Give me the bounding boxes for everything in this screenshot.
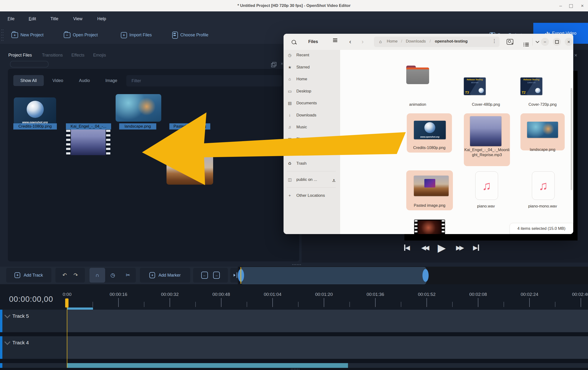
filter-show-all[interactable]: Show All [13, 75, 44, 86]
undo-redo-group: ↶ ↷ [55, 268, 85, 282]
app-root: * Untitled Project [HD 720p 30 fps] - Op… [0, 0, 588, 370]
snapping-toggle[interactable]: ∩ [89, 268, 105, 282]
search-icon[interactable] [292, 40, 296, 44]
file-cover-720[interactable]: Release Testing1280x720 T2 [520, 78, 542, 95]
dock-handle[interactable] [10, 61, 49, 68]
menu-view[interactable]: View [73, 11, 83, 26]
sidebar-item-documents[interactable]: ▤Documents [287, 98, 337, 108]
file-animation[interactable] [406, 66, 429, 84]
choose-profile-button[interactable]: Choose Profile [172, 26, 208, 44]
menu-title[interactable]: Title [51, 11, 58, 26]
play-button[interactable]: ▶ [436, 240, 448, 256]
sidebar-item-desktop[interactable]: ▭Desktop [287, 87, 337, 96]
files-grid: animation Release Testing853x480 T3 Cove… [340, 50, 573, 234]
sidebar-item-home[interactable]: ⌂Home [287, 74, 337, 84]
sidebar-item-starred[interactable]: ★Starred [287, 62, 337, 72]
fast-forward-button[interactable]: ▶▶ [453, 241, 465, 254]
minimize-icon[interactable]: – [556, 0, 565, 11]
tab-transitions[interactable]: Transitions [42, 53, 63, 58]
close-dock-icon[interactable]: × [281, 61, 283, 66]
project-thumb-pasted[interactable] [167, 155, 213, 185]
list-view-icon[interactable] [525, 43, 529, 43]
file-piano[interactable]: ♫ [475, 171, 498, 200]
file-piano-mono[interactable]: ♫ [532, 171, 555, 200]
eject-icon[interactable]: ▲ [332, 178, 335, 182]
project-item-label[interactable]: Pasted image.png [169, 123, 210, 130]
filter-video[interactable]: Video [50, 75, 66, 86]
sidebar-item-public[interactable]: ◫public on ... ▲ [287, 175, 337, 184]
search-folder-icon[interactable] [507, 39, 513, 45]
toolbar-grip[interactable] [1, 29, 4, 42]
sidebar-item-other-locations[interactable]: +Other Locations [287, 191, 337, 200]
track5-edge [0, 310, 2, 332]
files-maximize-icon[interactable] [553, 38, 561, 46]
close-icon[interactable]: × [578, 0, 587, 11]
sidebar-item-music[interactable]: ♫Music [287, 122, 337, 132]
menu-edit[interactable]: Edit [29, 11, 36, 26]
previous-marker-icon[interactable]: ← [201, 272, 208, 279]
track5-label: Track 5 [12, 313, 29, 319]
sidebar-item-recent[interactable]: ◷Recent [287, 50, 337, 60]
forward-icon[interactable]: › [362, 38, 364, 45]
open-project-button[interactable]: − Open Project [64, 26, 98, 44]
project-item-label[interactable]: landscape.png [119, 123, 156, 130]
timeline-ruler[interactable] [0, 284, 588, 310]
slider-playhead-mark [241, 267, 241, 284]
breadcrumb-downloads[interactable]: Downloads [406, 39, 426, 44]
restore-icon[interactable] [569, 4, 573, 8]
folder-plus-icon: + [11, 32, 18, 38]
tab-project-files[interactable]: Project Files [8, 53, 32, 58]
files-close-icon[interactable]: × [565, 38, 573, 46]
new-project-button[interactable]: + New Project [11, 26, 43, 44]
sidebar-item-pictures[interactable]: ▦Pictures [287, 134, 337, 144]
titlebar[interactable]: * Untitled Project [HD 720p 30 fps] - Op… [0, 0, 588, 12]
project-thumb-kai[interactable] [66, 125, 111, 155]
razor-icon[interactable]: ✂ [120, 272, 136, 278]
file-sintel[interactable] [414, 220, 445, 234]
dock-splitter[interactable]: •••••• [292, 263, 301, 266]
tab-emojis[interactable]: Emojis [93, 53, 106, 58]
float-dock-icon[interactable] [271, 63, 275, 67]
project-item-label[interactable]: Credits-1080p.png [13, 123, 57, 130]
project-thumb-landscape[interactable] [116, 94, 161, 122]
breadcrumb-current[interactable]: openshot-testing [435, 39, 468, 44]
breadcrumb-home[interactable]: Home [387, 39, 398, 44]
filter-image[interactable]: Image [103, 75, 120, 86]
files-minimize-icon[interactable]: – [541, 38, 549, 46]
files-scrollbar[interactable] [571, 88, 572, 190]
rewind-button[interactable]: ◀◀ [419, 241, 430, 254]
track4-lane[interactable] [0, 336, 588, 359]
clock-icon[interactable]: ◷ [105, 272, 120, 278]
sidebar-item-downloads[interactable]: ↓Downloads [287, 110, 337, 120]
project-thumb-credits[interactable]: www.openshot.org [14, 97, 56, 126]
path-bar[interactable]: ⌂ Home / Downloads / openshot-testing ⋮ [374, 37, 500, 47]
slider-right-handle[interactable] [422, 269, 429, 282]
kebab-menu-icon[interactable]: ⋮ [492, 38, 497, 44]
ruler-tick-label: 00:02:40 [564, 292, 588, 297]
filter-input[interactable] [126, 75, 282, 87]
add-marker-button[interactable]: + Add Marker [140, 268, 190, 282]
timeline-clip[interactable] [67, 363, 348, 368]
back-icon[interactable]: ‹ [349, 38, 351, 45]
track5-lane[interactable] [0, 310, 588, 332]
timeline-zoom-slider[interactable] [241, 267, 426, 284]
close-preview-dock-icon[interactable]: × [574, 52, 577, 59]
menu-help[interactable]: Help [97, 11, 106, 26]
undo-icon[interactable]: ↶ [63, 272, 67, 278]
jump-start-button[interactable]: ◀ [401, 241, 412, 254]
menu-file[interactable]: File [8, 11, 14, 26]
tab-effects[interactable]: Effects [71, 53, 84, 58]
playhead-marker[interactable] [65, 299, 69, 308]
project-item-label[interactable]: Kai_Engel_-_04_-... [66, 123, 111, 130]
add-track-button[interactable]: + Add Track [6, 268, 51, 282]
next-marker-icon[interactable]: → [213, 272, 220, 279]
sidebar-item-trash[interactable]: ♻Trash [287, 159, 337, 168]
jump-end-button[interactable]: ▶ [471, 241, 482, 254]
hamburger-menu-icon[interactable] [333, 39, 337, 39]
file-cover-480[interactable]: Release Testing853x480 T3 [464, 78, 486, 95]
ruler-tick-label: 00:01:52 [410, 292, 443, 297]
redo-icon[interactable]: ↷ [74, 272, 78, 278]
import-files-button[interactable]: + Import Files [121, 26, 152, 44]
filter-audio[interactable]: Audio [76, 75, 93, 86]
bottom-splitter[interactable]: •••••• [291, 367, 300, 370]
